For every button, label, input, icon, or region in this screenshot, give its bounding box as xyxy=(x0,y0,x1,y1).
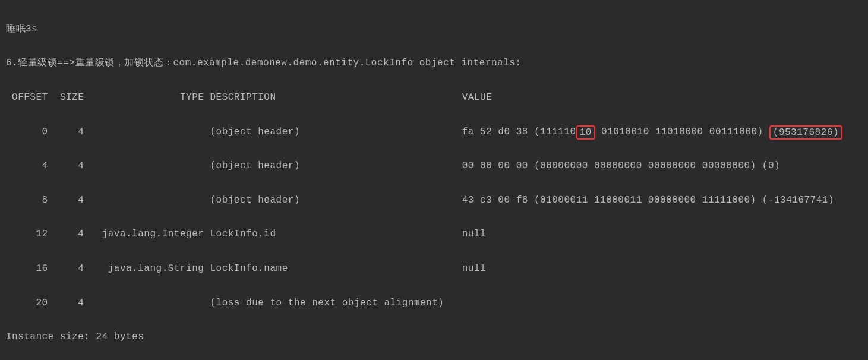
terminal-output: 睡眠3s 6.轻量级锁==>重量级锁，加锁状态：com.example.demo… xyxy=(0,0,868,360)
data-row: 4 4 (object header) 00 00 00 00 (0000000… xyxy=(6,157,862,175)
text-mid: 01010010 11010000 00111000) xyxy=(595,127,769,137)
instance-size: Instance size: 24 bytes xyxy=(6,329,862,346)
data-row: 16 4 java.lang.String LockInfo.name null xyxy=(6,260,862,277)
columns-header: OFFSET SIZE TYPE DESCRIPTION VALUE xyxy=(6,89,862,106)
output-line: 睡眠3s xyxy=(6,21,862,38)
highlight-annotation: (953176826) xyxy=(769,125,842,140)
data-row: 20 4 (loss due to the next object alignm… xyxy=(6,295,862,312)
text-pre: 0 4 (object header) fa 52 d0 38 (111110 xyxy=(6,127,576,137)
highlight-annotation: 10 xyxy=(576,125,595,140)
section-header: 6.轻量级锁==>重量级锁，加锁状态：com.example.demonew.d… xyxy=(6,55,862,72)
data-row: 8 4 (object header) 43 c3 00 f8 (0100001… xyxy=(6,192,862,209)
data-row: 12 4 java.lang.Integer LockInfo.id null xyxy=(6,226,862,243)
data-row: 0 4 (object header) fa 52 d0 38 (1111101… xyxy=(6,124,862,141)
